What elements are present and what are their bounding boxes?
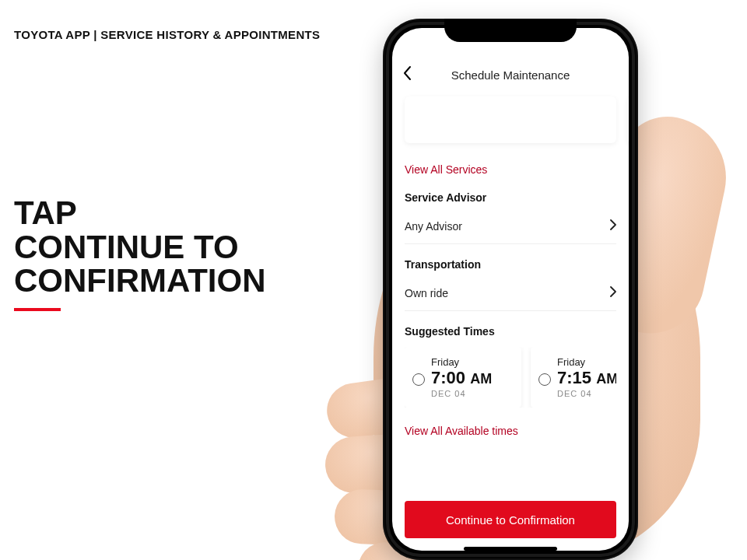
headline-line-1: TAP	[14, 196, 266, 230]
app-header: Schedule Maintenance	[392, 56, 629, 93]
home-indicator[interactable]	[464, 547, 557, 551]
time-option-1[interactable]: Friday 7:00 AM DEC 04	[405, 347, 521, 408]
promo-headline: TAP CONTINUE TO CONFIRMATION	[14, 196, 266, 298]
phone-frame: Schedule Maintenance View All Services S…	[383, 19, 638, 560]
time-hour: 7:15 AM	[557, 368, 616, 387]
advisor-selector[interactable]: Any Advisor	[405, 208, 616, 244]
view-all-times-link[interactable]: View All Available times	[405, 425, 616, 437]
phone-notch	[444, 19, 577, 42]
suggested-times-row: Friday 7:00 AM DEC 04 Friday	[405, 347, 616, 408]
headline-underline	[14, 308, 61, 311]
headline-line-3: CONFIRMATION	[14, 264, 266, 298]
service-card-placeholder[interactable]	[405, 96, 616, 143]
time-option-2[interactable]: Friday 7:15 AM DEC 04	[531, 347, 616, 408]
page-title: Schedule Maintenance	[403, 68, 618, 82]
radio-icon	[412, 373, 425, 386]
time-hour: 7:00 AM	[431, 368, 492, 387]
time-day: Friday	[557, 356, 616, 368]
continue-to-confirmation-button[interactable]: Continue to Confirmation	[405, 501, 616, 538]
transportation-selector[interactable]: Own ride	[405, 275, 616, 311]
headline-line-2: CONTINUE TO	[14, 230, 266, 264]
chevron-right-icon	[610, 219, 616, 233]
transportation-value: Own ride	[405, 287, 448, 299]
chevron-right-icon	[610, 286, 616, 299]
page-header: TOYOTA APP | SERVICE HISTORY & APPOINTME…	[14, 28, 320, 41]
phone-screen: Schedule Maintenance View All Services S…	[392, 28, 629, 551]
radio-icon	[538, 373, 551, 386]
section-title-transportation: Transportation	[405, 258, 616, 271]
section-title-suggested-times: Suggested Times	[405, 325, 616, 338]
section-title-advisor: Service Advisor	[405, 191, 616, 204]
service-card-placeholder-next[interactable]	[627, 96, 629, 143]
time-date: DEC 04	[557, 389, 616, 398]
cta-wrap: Continue to Confirmation	[392, 488, 629, 551]
time-day: Friday	[431, 356, 492, 368]
advisor-value: Any Advisor	[405, 220, 462, 233]
time-date: DEC 04	[431, 389, 492, 398]
view-all-services-link[interactable]: View All Services	[405, 163, 616, 176]
